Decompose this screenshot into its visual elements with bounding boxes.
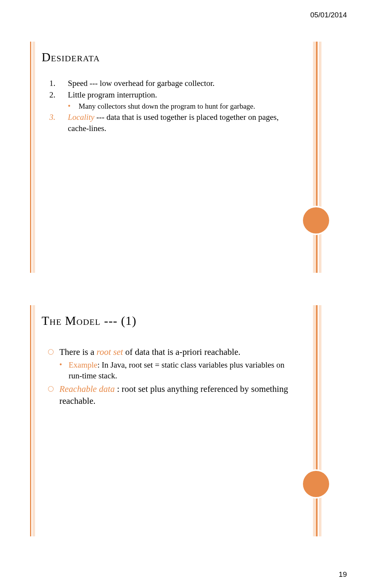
text-part: : In Java, root set = static class varia…	[69, 360, 284, 380]
emph-term: Reachable data	[59, 384, 115, 394]
ring-bullet-icon: ◯	[48, 346, 59, 358]
list-item: ◯ There is a root set of data that is a-…	[48, 346, 294, 358]
page-number: 19	[339, 570, 347, 579]
list-subtext: Example: In Java, root set = static clas…	[69, 360, 294, 381]
list-text: Reachable data : root set plus anything …	[59, 383, 294, 407]
accent-circle-icon	[303, 471, 329, 497]
list-text: There is a root set of data that is a-pr…	[59, 346, 294, 358]
emph-term: Locality	[68, 113, 94, 122]
list-item: 1. Speed --- low overhead for garbage co…	[49, 78, 292, 89]
page-date: 05/01/2014	[310, 11, 347, 19]
list-number: 2.	[49, 89, 68, 100]
list-number: 1.	[49, 78, 68, 89]
slide-title: The Model --- (1)	[42, 314, 136, 328]
slide-desiderata: Desiderata 1. Speed --- low overhead for…	[30, 42, 340, 273]
list-item: 3. Locality --- data that is used togeth…	[49, 112, 292, 134]
list-number: 3.	[49, 112, 68, 134]
right-accent-rail	[313, 42, 321, 273]
slide-the-model: The Model --- (1) ◯ There is a root set …	[30, 305, 340, 536]
list-subtext: Many collectors shut down the program to…	[79, 101, 292, 111]
list-text: Locality --- data that is used together …	[68, 112, 292, 134]
emph-term: root set	[96, 347, 123, 357]
slide-body: 1. Speed --- low overhead for garbage co…	[49, 78, 292, 134]
list-text: Little program interruption.	[68, 89, 292, 100]
emph-term: Example	[69, 360, 98, 370]
text-part: There is a	[59, 347, 96, 357]
list-item: ◯ Reachable data : root set plus anythin…	[48, 383, 294, 407]
list-item: 2. Little program interruption.	[49, 89, 292, 100]
list-text-rest: --- data that is used together is placed…	[68, 113, 279, 133]
bullet-icon: •	[59, 360, 69, 381]
list-subitem: • Example: In Java, root set = static cl…	[59, 360, 294, 381]
bullet-icon: •	[68, 101, 79, 111]
ring-bullet-icon: ◯	[48, 383, 59, 407]
left-accent-rail	[30, 42, 35, 273]
accent-circle-icon	[303, 207, 329, 234]
left-accent-rail	[30, 305, 35, 536]
text-part: of data that is a-priori reachable.	[123, 347, 240, 357]
list-subitem: • Many collectors shut down the program …	[68, 101, 292, 111]
slide-body: ◯ There is a root set of data that is a-…	[48, 346, 294, 408]
slide-title: Desiderata	[42, 50, 100, 64]
list-text: Speed --- low overhead for garbage colle…	[68, 78, 292, 89]
right-accent-rail	[313, 305, 321, 536]
